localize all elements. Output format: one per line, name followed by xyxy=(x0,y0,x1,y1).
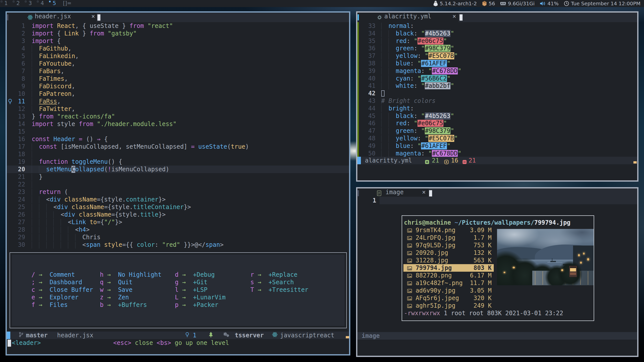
whichkey-binding[interactable]: l → +LSP xyxy=(175,286,225,294)
whichkey-binding[interactable]: f → Files xyxy=(31,301,93,309)
whichkey-binding[interactable]: / → Comment xyxy=(31,271,93,278)
binding-label: Files xyxy=(50,301,68,308)
line-number: 29 xyxy=(7,233,25,241)
image-file-icon xyxy=(407,295,412,302)
whichkey-binding[interactable]: T → +Treesitter xyxy=(250,286,308,294)
whichkey-binding[interactable]: d → +Debug xyxy=(175,271,225,278)
whichkey-binding[interactable]: b → +Buffers xyxy=(100,301,162,309)
code-line: 41 white: "#abb2bf" xyxy=(357,82,637,90)
whichkey-binding[interactable]: ; → Dashboard xyxy=(31,278,93,286)
whichkey-binding[interactable]: q → Quit xyxy=(100,278,162,286)
image-file-icon xyxy=(407,242,412,249)
code-line: 45 black: "#4b5263" xyxy=(357,112,637,120)
line-number: 34 xyxy=(357,30,375,37)
file-row[interactable]: AFq5r6j.jpeg 320 K xyxy=(407,294,491,302)
tab-marker xyxy=(358,190,359,196)
tab-close-icon[interactable]: × xyxy=(452,13,456,20)
binding-label: +Debug xyxy=(193,271,215,278)
code-line: 12 FaTwitter, xyxy=(7,105,349,113)
code-line: 10 FaPatreon, xyxy=(7,90,349,98)
tab-alacritty-yml[interactable]: alacritty.yml × xyxy=(357,13,459,22)
bar-item: 56 xyxy=(482,1,495,7)
line-number: 33 xyxy=(357,22,375,30)
clock-icon xyxy=(564,1,569,6)
tab-title: header.jsx xyxy=(35,13,71,20)
terminal-cursor xyxy=(97,14,100,21)
arrow-icon: → xyxy=(103,294,118,301)
workspace-tag-5[interactable]: 5 xyxy=(48,0,60,7)
line-number: 21 xyxy=(7,173,25,181)
file-row[interactable]: 882720.png 6.17 M xyxy=(407,272,491,279)
statusline-marker xyxy=(346,336,349,338)
binding-label: No Highlight xyxy=(118,271,162,278)
binding-label: +Search xyxy=(269,279,294,286)
whichkey-binding[interactable]: p → +Packer xyxy=(175,301,225,309)
react-icon xyxy=(27,14,33,20)
bar-item: 5.14.2-arch1-2 xyxy=(433,1,477,7)
whichkey-binding[interactable]: L → +LunarVim xyxy=(175,294,225,301)
key: ; xyxy=(31,279,35,286)
statusline-filename: alacritty.yml xyxy=(365,157,412,164)
line-number: 27 xyxy=(7,218,25,226)
lightbulb-icon xyxy=(184,332,190,339)
tab-close-icon[interactable]: × xyxy=(91,13,95,20)
bar-item: 9.6Gi/31Gi xyxy=(500,1,535,7)
tab-header-jsx[interactable]: header.jsx × xyxy=(7,13,97,22)
git-removed-count: 21 xyxy=(469,157,476,164)
code-line: 39 magenta: "#C678DD" xyxy=(357,67,637,75)
prompt-file: 799794.jpg xyxy=(534,219,571,226)
code-line: 46 red: "#e06c75" xyxy=(357,119,637,127)
editor-window-left[interactable]: header.jsx × 1import React, { useState }… xyxy=(6,11,350,355)
workspace-tag-3[interactable]: 3 xyxy=(24,0,36,7)
binding-label: Zen xyxy=(118,294,129,301)
file-row[interactable]: 24LrDFQ.jpg 1.7 M xyxy=(407,234,491,242)
workspace-tag-1[interactable]: 1 xyxy=(0,0,12,7)
line-number: 12 xyxy=(7,105,25,113)
whichkey-popup: / → Comment; → Dashboardc → Close Buffer… xyxy=(10,252,347,328)
file-row[interactable]: a19c482f~.png 11.7 M xyxy=(407,279,491,287)
arrow-icon: → xyxy=(103,301,118,308)
line-number: 5 xyxy=(7,52,25,60)
file-row[interactable]: 799794.jpg 803 K xyxy=(407,264,491,272)
whichkey-binding[interactable]: e → Explorer xyxy=(31,294,93,301)
whichkey-binding[interactable]: s → +Search xyxy=(250,278,308,286)
whichkey-binding[interactable]: h → No Highlight xyxy=(100,271,162,278)
line-number: 17 xyxy=(7,143,25,150)
terminal-window-image[interactable]: image × 1 chris@machine ~/Pictures/wallp… xyxy=(356,187,638,357)
file-row[interactable]: ad6v90y.jpg 3.05 M xyxy=(407,287,491,294)
arrow-icon: → xyxy=(103,279,118,286)
file-row[interactable]: 31228.jpg 563 K xyxy=(407,257,491,264)
file-row[interactable]: 97q9L5D.jpg 753 K xyxy=(407,242,491,249)
file-row[interactable]: 20920.jpg 132 K xyxy=(407,249,491,257)
volume-icon xyxy=(540,1,546,6)
workspace-tag-4[interactable]: 4 xyxy=(36,0,48,7)
whichkey-binding[interactable]: w → Save xyxy=(100,286,162,294)
line-number: 22 xyxy=(7,181,25,188)
code-line: 47 green: "#98C379" xyxy=(357,127,637,135)
key: r xyxy=(250,271,254,278)
workspace-tag-2[interactable]: 2 xyxy=(12,0,24,7)
whichkey-binding[interactable]: g → +Git xyxy=(175,278,225,286)
editor-window-right[interactable]: alacritty.yml × 33 normal:34 black: "#4b… xyxy=(356,11,638,182)
whichkey-binding[interactable]: c → Close Buffer xyxy=(31,286,93,294)
key: d xyxy=(175,271,178,278)
code-line: 34 black: "#4b5263" xyxy=(357,30,637,37)
file-row[interactable]: aghr5Ip.jpg 249 K xyxy=(407,302,491,309)
line-number: 7 xyxy=(7,67,25,75)
gear-icon xyxy=(377,14,383,20)
key: e xyxy=(31,294,35,301)
tab-title: image xyxy=(386,188,404,196)
tab-close-icon[interactable]: × xyxy=(422,188,426,196)
statusline-marker xyxy=(633,161,637,164)
terminal-cursor xyxy=(429,190,432,196)
right-statusline: alacritty.yml 21 16 21 xyxy=(357,157,637,164)
binding-label: +Treesitter xyxy=(269,286,308,293)
line-number: 1 xyxy=(357,197,376,204)
git-branch-icon xyxy=(18,332,24,339)
line-number: 25 xyxy=(7,203,25,211)
bar-item: Tue September 14 12:00PM xyxy=(564,1,640,7)
whichkey-binding[interactable]: r → +Replace xyxy=(250,271,308,278)
whichkey-binding[interactable]: z → Zen xyxy=(100,294,162,301)
file-row[interactable]: 9rsmTK4.png 3.09 M xyxy=(407,226,491,234)
binding-label: Comment xyxy=(50,271,75,278)
